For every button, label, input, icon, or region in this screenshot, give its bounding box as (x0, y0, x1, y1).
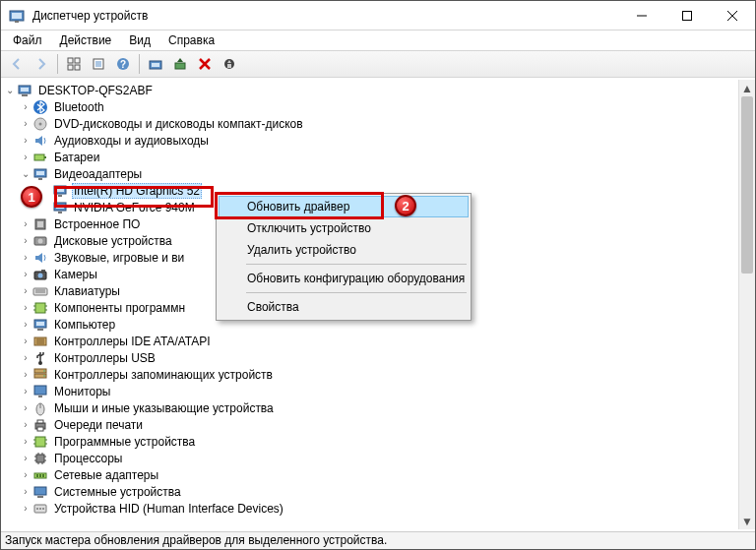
toolbar: ? (1, 50, 755, 78)
tree-twisty-icon[interactable]: › (19, 503, 32, 514)
tree-node-cat-17[interactable]: ›Очереди печати (1, 416, 737, 433)
tree-node-label: Встроенное ПО (52, 217, 142, 231)
tree-twisty-icon[interactable]: › (19, 386, 32, 397)
tree-twisty-icon[interactable]: › (19, 319, 32, 330)
tree-twisty-icon[interactable]: › (19, 369, 32, 380)
tree-node-cat-18[interactable]: ›Программные устройства (1, 433, 737, 450)
toolbar-update-driver-icon[interactable] (168, 53, 192, 75)
scroll-thumb[interactable] (741, 96, 753, 274)
processor-icon (32, 451, 48, 466)
svg-rect-1 (12, 13, 22, 19)
computer-icon (17, 83, 32, 98)
computer-icon (32, 317, 48, 333)
toolbar-tree-icon[interactable] (62, 53, 86, 75)
callout-number-1: 1 (21, 186, 42, 208)
display-icon (52, 183, 68, 199)
context-update-config[interactable]: Обновить конфигурацию оборудования (219, 268, 469, 289)
tree-node-cat-20[interactable]: ›Сетевые адаптеры (1, 466, 737, 483)
tree-twisty-icon[interactable]: › (19, 469, 32, 480)
context-properties[interactable]: Свойства (219, 296, 469, 318)
tree-twisty-icon[interactable]: › (19, 436, 32, 447)
tree-twisty-icon[interactable]: › (19, 302, 32, 313)
svg-point-65 (43, 370, 45, 372)
tree-twisty-icon[interactable]: ⌄ (19, 168, 32, 179)
tree-node-cat-19[interactable]: ›Процессоры (1, 450, 737, 466)
tree-node-cat-14[interactable]: ›Контроллеры запоминающих устройств (1, 366, 737, 383)
svg-rect-32 (36, 171, 44, 175)
tree-node-cat-15[interactable]: ›Мониторы (1, 383, 737, 399)
tree-twisty-icon[interactable]: › (19, 101, 32, 112)
menu-view[interactable]: Вид (121, 31, 158, 49)
tree-twisty-icon[interactable]: › (19, 118, 32, 129)
tree-node-cat-1[interactable]: ›DVD-дисководы и дисководы компакт-диско… (1, 115, 737, 132)
tree-twisty-icon[interactable]: › (19, 152, 32, 162)
monitor-icon (32, 384, 48, 399)
svg-rect-30 (44, 156, 46, 158)
menu-file[interactable]: Файл (5, 31, 50, 49)
firmware-icon (32, 216, 48, 232)
toolbar-help-icon[interactable]: ? (111, 53, 135, 75)
scroll-up-button[interactable]: ▲ (739, 80, 755, 96)
tree-node-cat-4[interactable]: ⌄Видеоадаптеры (1, 165, 737, 182)
printer-icon (32, 417, 48, 433)
tree-twisty-icon[interactable]: › (19, 269, 32, 279)
tree-twisty-icon[interactable]: › (19, 486, 32, 497)
svg-rect-35 (56, 188, 64, 192)
vertical-scrollbar[interactable]: ▲ ▼ (738, 80, 755, 529)
svg-point-62 (38, 361, 42, 365)
tree-node-cat-22[interactable]: ›Устройства HID (Human Interface Devices… (1, 500, 737, 517)
tree-twisty-icon[interactable]: › (19, 419, 32, 430)
tree-node-cat-21[interactable]: ›Системные устройства (1, 483, 737, 500)
svg-rect-9 (68, 65, 73, 70)
tree-twisty-icon[interactable]: › (19, 402, 32, 413)
svg-rect-46 (41, 270, 45, 272)
svg-rect-25 (22, 94, 28, 96)
tree-twisty-icon[interactable]: ⌄ (3, 85, 17, 95)
toolbar-disable-icon[interactable] (193, 53, 217, 75)
context-separator (246, 292, 467, 293)
tree-twisty-icon[interactable]: › (19, 453, 32, 463)
tree-node-cat-0[interactable]: ›Bluetooth (1, 98, 737, 115)
tree-twisty-icon[interactable]: › (19, 352, 32, 363)
tree-node-label: Мониторы (52, 385, 112, 398)
scroll-down-button[interactable]: ▼ (739, 513, 755, 529)
usb-icon (32, 350, 48, 366)
tree-node-cat-3[interactable]: ›Батареи (1, 149, 737, 165)
close-button[interactable] (710, 1, 755, 31)
tree-node-label: Системные устройства (52, 485, 183, 499)
tree-node-cat-16[interactable]: ›Мыши и иные указывающие устройства (1, 399, 737, 416)
menu-help[interactable]: Справка (160, 31, 222, 49)
tree-node-label: Контроллеры USB (52, 351, 158, 365)
tree-node-cat-12[interactable]: ›Контроллеры IDE ATA/ATAPI (1, 333, 737, 349)
minimize-button[interactable] (619, 1, 664, 31)
tree-node-label: DVD-дисководы и дисководы компакт-дисков (52, 117, 305, 131)
tree-twisty-icon[interactable]: › (19, 135, 32, 146)
tree-node-cat-13[interactable]: ›Контроллеры USB (1, 349, 737, 366)
tree-node-cat-2[interactable]: ›Аудиовходы и аудиовыходы (1, 132, 737, 149)
tree-twisty-icon[interactable]: › (19, 252, 32, 263)
svg-text:?: ? (120, 59, 126, 70)
tree-twisty-icon[interactable]: › (19, 285, 32, 296)
tree-twisty-icon[interactable]: › (19, 218, 32, 229)
menubar: Файл Действие Вид Справка (1, 31, 755, 50)
toolbar-properties-icon[interactable] (87, 53, 110, 75)
context-disable-device[interactable]: Отключить устройство (219, 217, 469, 239)
tree-node-root[interactable]: ⌄DESKTOP-QFS2ABF (1, 82, 737, 98)
svg-rect-24 (21, 88, 29, 92)
toolbar-uninstall-icon[interactable] (218, 53, 241, 75)
context-update-driver[interactable]: Обновить драйвер (219, 196, 469, 217)
context-separator (246, 264, 467, 265)
svg-point-66 (43, 375, 45, 377)
tree-twisty-icon[interactable]: › (19, 336, 32, 346)
svg-rect-92 (34, 487, 46, 495)
audio-icon (32, 133, 48, 149)
maximize-button[interactable] (664, 1, 710, 31)
menu-action[interactable]: Действие (52, 31, 120, 49)
tree-node-label: Видеоадаптеры (52, 167, 144, 181)
toolbar-scan-icon[interactable] (144, 53, 167, 75)
tree-node-label: Контроллеры запоминающих устройств (52, 368, 275, 382)
svg-rect-10 (75, 65, 80, 70)
context-remove-device[interactable]: Удалить устройство (219, 239, 469, 261)
titlebar: Диспетчер устройств (1, 1, 755, 31)
tree-twisty-icon[interactable]: › (19, 235, 32, 246)
